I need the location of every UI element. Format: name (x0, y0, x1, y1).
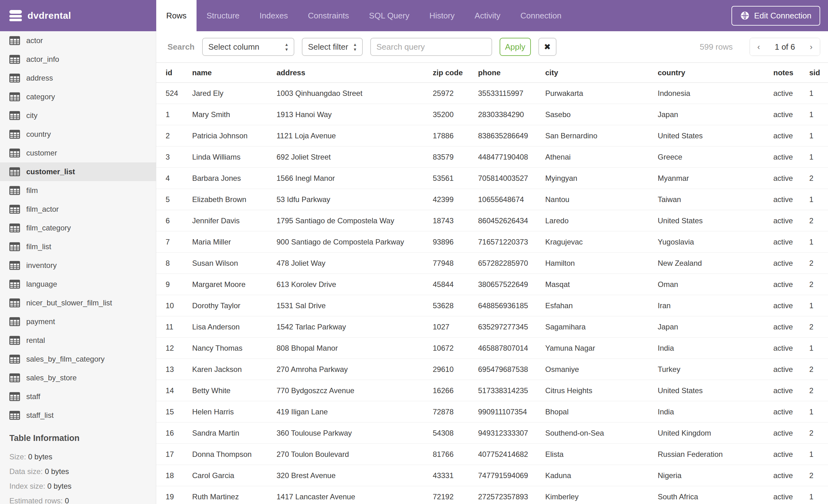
cell: United States (648, 380, 764, 401)
apply-button[interactable]: Apply (500, 38, 531, 56)
cell: 380657522649 (469, 274, 536, 295)
sidebar-item-rental[interactable]: rental (0, 331, 156, 350)
table-row[interactable]: 10Dorothy Taylor1531 Sal Drive5362864885… (156, 295, 828, 316)
tab-indexes[interactable]: Indexes (250, 0, 298, 31)
column-header-notes[interactable]: notes (764, 63, 800, 83)
table-row[interactable]: 3Linda Williams692 Joliet Street83579448… (156, 146, 828, 168)
column-header-id[interactable]: id (156, 63, 183, 83)
cell: active (764, 210, 800, 231)
cell: Helen Harris (183, 401, 267, 422)
cell: 2 (800, 274, 828, 295)
cell: Ruth Martinez (183, 486, 267, 504)
tab-rows[interactable]: Rows (156, 0, 197, 31)
sidebar-item-actor[interactable]: actor (0, 31, 156, 50)
table-row[interactable]: 19Ruth Martinez1417 Lancaster Avenue7219… (156, 486, 828, 504)
tab-history[interactable]: History (419, 0, 465, 31)
column-select[interactable]: Select column ▲▼ (202, 38, 294, 56)
cell: active (764, 146, 800, 168)
sidebar-item-film-category[interactable]: film_category (0, 219, 156, 237)
sidebar-item-language[interactable]: language (0, 275, 156, 293)
sidebar-item-label: film (26, 186, 38, 195)
cell: 657282285970 (469, 253, 536, 274)
table-row[interactable]: 15Helen Harris419 Iligan Lane72878990911… (156, 401, 828, 422)
sidebar-item-customer-list[interactable]: customer_list (0, 163, 156, 181)
search-toolbar: Search Select column ▲▼ Select filter ▲▼… (156, 31, 828, 62)
tab-activity[interactable]: Activity (465, 0, 510, 31)
cell: Maria Miller (183, 231, 267, 253)
search-label: Search (167, 42, 195, 52)
cell: 705814003527 (469, 168, 536, 189)
table-row[interactable]: 11Lisa Anderson1542 Tarlac Parkway102763… (156, 316, 828, 337)
globe-icon (740, 11, 750, 20)
sidebar-item-sales-by-store[interactable]: sales_by_store (0, 368, 156, 387)
cell: 3 (156, 146, 183, 168)
tab-structure[interactable]: Structure (197, 0, 250, 31)
cell: 42399 (423, 189, 469, 210)
tab-sql-query[interactable]: SQL Query (359, 0, 419, 31)
table-row[interactable]: 12Nancy Thomas808 Bhopal Manor1067246588… (156, 337, 828, 359)
table-row[interactable]: 1Mary Smith1913 Hanoi Way352002830338429… (156, 104, 828, 125)
cell: active (764, 465, 800, 486)
tab-connection[interactable]: Connection (510, 0, 572, 31)
top-bar: dvdrental Rows Structure Indexes Constra… (0, 0, 828, 31)
sidebar-item-city[interactable]: city (0, 106, 156, 125)
cell: 10672 (423, 337, 469, 359)
sidebar-item-staff-list[interactable]: staff_list (0, 406, 156, 425)
table-information-list: Size: 0 bytes Data size: 0 bytes Index s… (9, 449, 147, 504)
table-row[interactable]: 5Elizabeth Brown53 Idfu Parkway423991065… (156, 189, 828, 210)
cell: 465887807014 (469, 337, 536, 359)
sidebar-item-sales-by-film-category[interactable]: sales_by_film_category (0, 350, 156, 368)
column-header-phone[interactable]: phone (469, 63, 536, 83)
column-header-city[interactable]: city (536, 63, 648, 83)
sidebar-item-film-list[interactable]: film_list (0, 237, 156, 256)
sidebar-item-category[interactable]: category (0, 87, 156, 106)
column-header-address[interactable]: address (267, 63, 423, 83)
table-row[interactable]: 7Maria Miller900 Santiago de Compostela … (156, 231, 828, 253)
table-row[interactable]: 14Betty White770 Bydgoszcz Avenue1626651… (156, 380, 828, 401)
table-row[interactable]: 524Jared Ely1003 Qinhuangdao Street25972… (156, 83, 828, 104)
sidebar-item-payment[interactable]: payment (0, 312, 156, 331)
sidebar-item-inventory[interactable]: inventory (0, 256, 156, 275)
cell: 808 Bhopal Manor (267, 337, 423, 359)
cell: 72192 (423, 486, 469, 504)
sidebar-item-staff[interactable]: staff (0, 387, 156, 406)
sidebar-item-address[interactable]: address (0, 69, 156, 87)
table-row[interactable]: 17Donna Thompson270 Toulon Boulevard8176… (156, 444, 828, 465)
filter-select[interactable]: Select filter ▲▼ (302, 38, 363, 56)
table-row[interactable]: 16Sandra Martin360 Toulouse Parkway54308… (156, 422, 828, 444)
sidebar-item-actor-info[interactable]: actor_info (0, 50, 156, 69)
column-header-sid[interactable]: sid (800, 63, 828, 83)
info-value: 0 (65, 497, 69, 504)
cell: Masqat (536, 274, 648, 295)
cell: Athenai (536, 146, 648, 168)
cell: 45844 (423, 274, 469, 295)
table-row[interactable]: 13Karen Jackson270 Amroha Parkway2961069… (156, 359, 828, 380)
sidebar-item-film-actor[interactable]: film_actor (0, 200, 156, 219)
table-row[interactable]: 2Patricia Johnson1121 Loja Avenue1788683… (156, 125, 828, 146)
cell: 53561 (423, 168, 469, 189)
sidebar-item-nicer-but-slower-film-list[interactable]: nicer_but_slower_film_list (0, 293, 156, 312)
info-value: 0 bytes (45, 467, 69, 475)
cell: Iran (648, 295, 764, 316)
sidebar-item-country[interactable]: country (0, 125, 156, 144)
edit-connection-button[interactable]: Edit Connection (732, 6, 820, 26)
cell: 1566 Inegl Manor (267, 168, 423, 189)
search-query-input[interactable] (370, 38, 492, 56)
table-row[interactable]: 18Carol Garcia320 Brest Avenue4333174779… (156, 465, 828, 486)
table-icon (9, 317, 20, 326)
cell: 2 (800, 210, 828, 231)
column-header-name[interactable]: name (183, 63, 267, 83)
sidebar-item-film[interactable]: film (0, 181, 156, 200)
previous-page-button[interactable]: ‹ (750, 38, 768, 56)
column-header-zip-code[interactable]: zip code (423, 63, 469, 83)
table-row[interactable]: 8Susan Wilson478 Joliet Way7794865728228… (156, 253, 828, 274)
table-row[interactable]: 4Barbara Jones1566 Inegl Manor5356170581… (156, 168, 828, 189)
table-row[interactable]: 6Jennifer Davis1795 Santiago de Composte… (156, 210, 828, 231)
table-row[interactable]: 9Margaret Moore613 Korolev Drive45844380… (156, 274, 828, 295)
clear-search-button[interactable]: ✖ (538, 38, 556, 56)
next-page-button[interactable]: › (802, 38, 820, 56)
column-header-country[interactable]: country (648, 63, 764, 83)
tab-constraints[interactable]: Constraints (298, 0, 359, 31)
sidebar-item-customer[interactable]: customer (0, 144, 156, 163)
cell: 900 Santiago de Compostela Parkway (267, 231, 423, 253)
